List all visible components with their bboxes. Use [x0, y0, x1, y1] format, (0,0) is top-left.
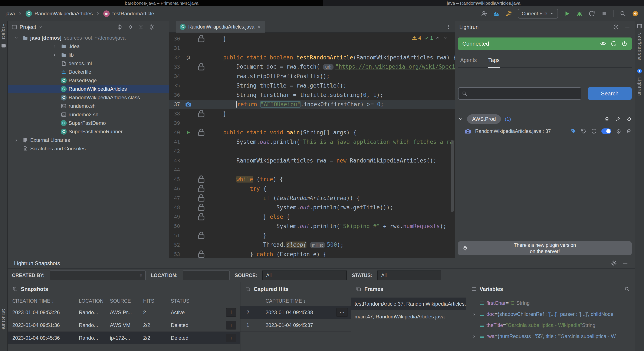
close-icon[interactable] [257, 25, 261, 29]
table-row[interactable]: 2023-01-04 09:53:26Rando...AWS.Pr...2Act… [8, 306, 240, 319]
gear-icon[interactable] [149, 24, 154, 30]
tag-icon[interactable] [626, 116, 632, 122]
more-button[interactable]: ⋯ [336, 308, 348, 317]
tree-item[interactable]: Dockerfile [8, 68, 169, 76]
line-number[interactable]: 40 [169, 130, 180, 135]
col-creation-time[interactable]: CREATION TIME ↓ [12, 298, 79, 304]
tab-options-icon[interactable] [446, 24, 451, 30]
debug-button[interactable] [576, 10, 583, 17]
user-account-icon[interactable] [481, 10, 487, 17]
captured-column-header[interactable]: CAPTURE TIME ↓ [240, 296, 351, 306]
frame-row[interactable]: main:47, RandomWikipediaArticles.java [351, 310, 466, 323]
created-by-input[interactable]: × [50, 270, 146, 280]
stripe-project-label[interactable]: Project [1, 24, 6, 40]
code-line-52[interactable]: 52 Thread.sleep( millis:500); [169, 240, 455, 250]
tree-item[interactable]: demos.iml [8, 59, 169, 68]
next-issue-icon[interactable] [443, 36, 448, 40]
search-button[interactable]: Search [588, 87, 632, 100]
info-icon[interactable] [591, 128, 597, 134]
code-line-37[interactable]: 37 return "AEIOUaeiou".indexOf(firstChar… [169, 100, 455, 109]
breadcrumb-class[interactable]: CRandomWikipediaArticles [26, 10, 93, 17]
hide-panel-button[interactable] [160, 24, 165, 30]
chevron-right-icon[interactable] [12, 138, 20, 142]
code-line-51[interactable]: 51 } [169, 231, 455, 240]
location-input[interactable] [183, 270, 230, 280]
line-number[interactable]: 43 [169, 158, 180, 163]
code-line-44[interactable]: 44 [169, 165, 455, 175]
variable-row[interactable]: theTitle = "Garcinia subelliptica - Wiki… [466, 320, 635, 331]
tree-item[interactable]: java [demos]sources root, ~/demos/java [8, 34, 169, 42]
line-number[interactable]: 50 [169, 224, 180, 229]
clear-icon[interactable]: × [140, 272, 143, 279]
tree-item[interactable]: rundemo2.sh [8, 110, 169, 119]
layout-icon[interactable] [637, 24, 642, 29]
col-location[interactable]: LOCATION [79, 298, 110, 304]
line-number[interactable]: 51 [169, 233, 180, 238]
code-line-42[interactable]: 42 [169, 146, 455, 156]
gear-icon[interactable] [613, 24, 619, 30]
tree-item[interactable]: rundemo.sh [8, 102, 169, 110]
hide-panel-button[interactable] [624, 24, 630, 30]
info-button[interactable]: i [226, 334, 236, 342]
line-number[interactable]: 30 [169, 36, 180, 42]
editor-tab[interactable]: C RandomWikipediaArticles.java [176, 21, 265, 32]
code-line-31[interactable]: 31 [169, 44, 455, 53]
update-button[interactable] [632, 10, 638, 17]
status-select[interactable]: All [377, 270, 441, 280]
line-number[interactable]: 49 [169, 214, 180, 220]
table-row[interactable]: 2023-01-04 09:45:36Rando...ip-172-...2/2… [8, 332, 240, 344]
tab-tags[interactable]: Tags [488, 57, 500, 68]
rerun-button[interactable] [589, 10, 595, 17]
plugin-update-toast[interactable]: There's a new plugin version on the serv… [458, 241, 632, 255]
variable-row[interactable]: doc = {shadowChildrenRef : '[...]', pars… [466, 308, 635, 320]
tab-agents[interactable]: Agents [460, 57, 477, 67]
info-button[interactable]: i [226, 321, 236, 330]
lightrun-logo-icon[interactable] [637, 68, 642, 74]
line-number[interactable]: 44 [169, 167, 180, 173]
chevron-right-icon[interactable] [471, 312, 478, 316]
breadcrumb-method[interactable]: mtestRandomArticle [103, 10, 154, 17]
collapse-all-button[interactable] [138, 24, 144, 30]
line-number[interactable]: 41 [169, 139, 180, 144]
eye-icon[interactable] [600, 41, 606, 47]
search-everywhere-button[interactable] [620, 10, 626, 17]
tree-item[interactable]: CSuperFastDemoRunner [8, 127, 169, 136]
tree-item[interactable]: External Libraries [8, 136, 169, 144]
target-icon[interactable] [616, 128, 622, 134]
project-tool-icon[interactable] [1, 43, 6, 48]
line-number[interactable]: 45 [169, 176, 180, 182]
variable-row[interactable]: rwa = {numRequests : '55', title : '"Gar… [466, 331, 635, 342]
tree-item[interactable]: lib [8, 51, 169, 59]
info-button[interactable]: i [226, 308, 236, 317]
line-number[interactable]: 42 [169, 148, 180, 154]
docker-icon[interactable] [493, 10, 500, 17]
chevron-down-icon[interactable] [458, 116, 463, 122]
col-source[interactable]: SOURCE [110, 298, 143, 304]
editor-scrollbar[interactable] [451, 140, 454, 212]
run-button[interactable] [564, 10, 570, 17]
inspections-widget[interactable]: 4 1 [412, 35, 448, 41]
stripe-bookmarks-clip[interactable]: Bookmarks [0, 343, 7, 351]
enable-toggle[interactable] [602, 128, 611, 134]
stripe-lightrun-label[interactable]: Lightrun [637, 77, 642, 96]
chevron-right-icon[interactable] [50, 53, 59, 57]
line-number[interactable]: 47 [169, 195, 180, 201]
line-number[interactable]: 48 [169, 205, 180, 210]
project-panel-title[interactable]: Project [20, 24, 36, 30]
expand-all-button[interactable] [128, 24, 133, 30]
snapshot-camera-icon[interactable] [180, 101, 196, 108]
hide-panel-button[interactable] [622, 260, 628, 266]
run-config-select[interactable]: Current File [518, 9, 558, 18]
tag-group-row[interactable]: AWS.Prod (1) [458, 113, 632, 125]
line-number[interactable]: 32 [169, 55, 180, 60]
wrench-icon[interactable] [506, 10, 512, 17]
table-row[interactable]: 12023-01-04 09:45:37 [240, 319, 351, 332]
search-icon[interactable] [624, 286, 630, 292]
tree-item[interactable]: Scratches and Consoles [8, 144, 169, 153]
trash-icon[interactable] [626, 128, 632, 134]
line-number[interactable]: 31 [169, 45, 180, 51]
code-line-46[interactable]: 46 try { [169, 184, 455, 194]
source-select[interactable]: All [262, 270, 347, 280]
tree-item[interactable]: CRandomWikipediaArticles.class [8, 93, 169, 102]
tag-search-input[interactable] [458, 87, 582, 100]
